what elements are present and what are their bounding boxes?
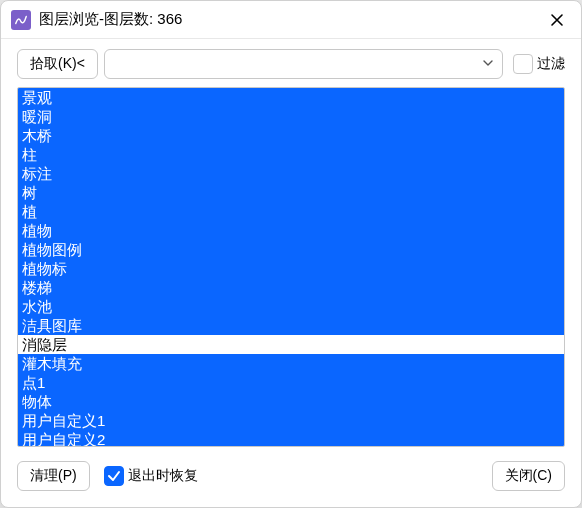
layer-combo[interactable] — [104, 49, 503, 79]
list-item[interactable]: 物体 — [18, 392, 564, 411]
list-item[interactable]: 消隐层 — [18, 335, 564, 354]
titlebar: 图层浏览-图层数: 366 — [1, 1, 581, 39]
list-item[interactable]: 植物图例 — [18, 240, 564, 259]
filter-checkbox[interactable] — [513, 54, 533, 74]
list-item[interactable]: 楼梯 — [18, 278, 564, 297]
toolbar: 拾取(K)< 过滤 — [1, 39, 581, 87]
pick-button[interactable]: 拾取(K)< — [17, 49, 98, 79]
window-title: 图层浏览-图层数: 366 — [39, 10, 545, 29]
list-item[interactable]: 木桥 — [18, 126, 564, 145]
list-item[interactable]: 水池 — [18, 297, 564, 316]
layer-list: 景观暖洞木桥柱标注树植植物植物图例植物标楼梯水池洁具图库消隐层灌木填充点1物体用… — [17, 87, 565, 447]
footer: 清理(P) 退出时恢复 关闭(C) — [1, 447, 581, 507]
restore-checkbox[interactable] — [104, 466, 124, 486]
list-item[interactable]: 树 — [18, 183, 564, 202]
restore-checkbox-wrap: 退出时恢复 — [104, 466, 198, 486]
restore-label: 退出时恢复 — [128, 467, 198, 485]
list-item[interactable]: 植 — [18, 202, 564, 221]
chevron-down-icon — [482, 56, 494, 72]
list-item[interactable]: 灌木填充 — [18, 354, 564, 373]
list-item[interactable]: 柱 — [18, 145, 564, 164]
list-item[interactable]: 用户自定义1 — [18, 411, 564, 430]
close-icon[interactable] — [545, 8, 569, 32]
layer-list-scroll[interactable]: 景观暖洞木桥柱标注树植植物植物图例植物标楼梯水池洁具图库消隐层灌木填充点1物体用… — [18, 88, 564, 446]
list-item[interactable]: 植物 — [18, 221, 564, 240]
close-button[interactable]: 关闭(C) — [492, 461, 565, 491]
app-icon — [11, 10, 31, 30]
list-item[interactable]: 植物标 — [18, 259, 564, 278]
list-item[interactable]: 用户自定义2 — [18, 430, 564, 446]
clean-button[interactable]: 清理(P) — [17, 461, 90, 491]
list-item[interactable]: 洁具图库 — [18, 316, 564, 335]
filter-checkbox-wrap: 过滤 — [513, 54, 565, 74]
list-item[interactable]: 标注 — [18, 164, 564, 183]
filter-label: 过滤 — [537, 55, 565, 73]
list-item[interactable]: 点1 — [18, 373, 564, 392]
list-item[interactable]: 暖洞 — [18, 107, 564, 126]
dialog-window: 图层浏览-图层数: 366 拾取(K)< 过滤 景观暖洞木桥柱标注树植植物植物图… — [0, 0, 582, 508]
list-item[interactable]: 景观 — [18, 88, 564, 107]
